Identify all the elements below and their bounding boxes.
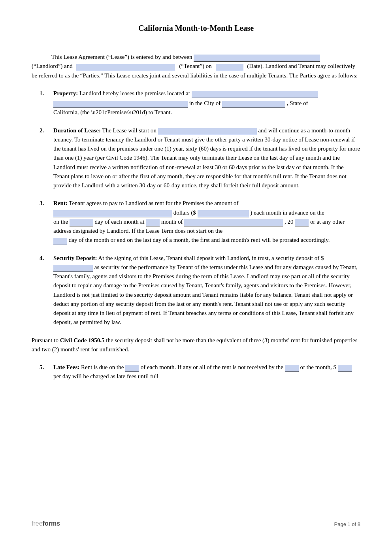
day-label: day of each month at bbox=[95, 219, 146, 225]
section-3-prorate-line: day of the month or end on the last day … bbox=[53, 236, 360, 245]
civil-code-intro: Pursuant to bbox=[32, 337, 60, 343]
day-blank[interactable] bbox=[70, 219, 93, 226]
section-5-text2: of each month. If any or all of the rent… bbox=[141, 364, 285, 370]
section-1-title: Property: bbox=[53, 90, 78, 96]
page-number: Page 1 of 8 bbox=[334, 521, 361, 527]
section-3-rent-line: dollars ($ ) each month in advance on th… bbox=[53, 208, 360, 217]
landlord-name-blank[interactable] bbox=[194, 55, 320, 62]
tenant-label: (“Tenant”) on bbox=[179, 63, 212, 69]
section-2: 2. Duration of Lease: The Lease will sta… bbox=[32, 126, 360, 190]
section-3-text: Tenant agrees to pay to Landlord as rent… bbox=[69, 200, 238, 206]
section-5-title: Late Fees: bbox=[53, 364, 79, 370]
document-content: This Lease Agreement (“Lease”) is entere… bbox=[32, 53, 360, 381]
month-of-label: month of bbox=[161, 219, 184, 225]
date-label: (Date). bbox=[247, 63, 264, 69]
section-1-number: 1. bbox=[40, 89, 44, 98]
year-blank[interactable] bbox=[295, 219, 309, 226]
lease-start-blank[interactable] bbox=[158, 128, 257, 135]
section-5-text4: per day will be charged as late fees unt… bbox=[53, 373, 158, 379]
section-5: 5. Late Fees: Rent is due on the of each… bbox=[32, 363, 360, 381]
rent-amount-blank[interactable] bbox=[198, 210, 249, 217]
rent-words-blank[interactable] bbox=[53, 210, 172, 217]
section-2-title: Duration of Lease: bbox=[53, 127, 101, 134]
start-day-blank[interactable] bbox=[53, 238, 67, 245]
section-3-text3: ) each month in advance on the bbox=[250, 209, 324, 216]
late-fee-blank[interactable] bbox=[338, 365, 352, 372]
intro-text: This Lease Agreement (“Lease”) is entere… bbox=[51, 54, 192, 60]
security-deposit-blank[interactable] bbox=[53, 265, 93, 272]
intro-paragraph: This Lease Agreement (“Lease”) is entere… bbox=[32, 53, 360, 80]
section-1-text: Landlord hereby leases the premises loca… bbox=[79, 90, 192, 96]
section-4-number: 4. bbox=[40, 254, 44, 263]
section-5-number: 5. bbox=[40, 363, 44, 372]
city-blank[interactable] bbox=[222, 101, 285, 108]
section-3: 3. Rent: Tenant agrees to pay to Landlor… bbox=[32, 199, 360, 245]
brand-free: free bbox=[32, 520, 43, 527]
brand-logo: freeforms bbox=[32, 520, 60, 527]
section-2-number: 2. bbox=[40, 126, 44, 135]
section-5-text3: of the month, $ bbox=[300, 364, 336, 370]
received-by-blank[interactable] bbox=[285, 365, 299, 372]
landlord-label: (“Landlord”) and bbox=[32, 63, 73, 69]
section-3-day-line: on the day of each month at month of , 2… bbox=[53, 217, 360, 236]
civil-code-citation: Civil Code 1950.5 bbox=[60, 337, 105, 343]
property-block: in the City of , State of bbox=[53, 99, 360, 108]
document-title: California Month-to-Month Lease bbox=[32, 24, 360, 33]
date-blank[interactable] bbox=[216, 64, 243, 71]
dollars-label: dollars ($ bbox=[173, 209, 196, 216]
tenant-name-blank[interactable] bbox=[76, 64, 175, 71]
due-day-blank[interactable] bbox=[125, 365, 139, 372]
document-page: California Month-to-Month Lease This Lea… bbox=[0, 0, 392, 543]
year-label: , 20 bbox=[285, 219, 294, 225]
state-label: , State of bbox=[287, 100, 308, 106]
month-of-blank[interactable] bbox=[184, 219, 283, 226]
section-3-text8: day of the month or end on the last day … bbox=[69, 237, 330, 243]
property-address-blank-2[interactable] bbox=[53, 101, 188, 108]
section-1: 1. Property: Landlord hereby leases the … bbox=[32, 89, 360, 117]
civil-code-paragraph: Pursuant to Civil Code 1950.5 the securi… bbox=[32, 336, 360, 354]
city-label: in the City of bbox=[189, 100, 222, 106]
section-4-title: Security Deposit: bbox=[53, 255, 97, 261]
section-5-text: Rent is due on the bbox=[81, 364, 125, 370]
property-address-blank[interactable] bbox=[192, 91, 318, 98]
on-the-label: on the bbox=[53, 219, 70, 225]
section-3-title: Rent: bbox=[53, 200, 68, 206]
page-footer: freeforms Page 1 of 8 bbox=[32, 520, 360, 527]
section-2-text2: and will continue as a month-to-month te… bbox=[53, 127, 360, 189]
section-4: 4. Security Deposit: At the signing of t… bbox=[32, 254, 360, 327]
apt-blank[interactable] bbox=[146, 219, 160, 226]
section-4-text2: as security for the performance by Tenan… bbox=[53, 264, 358, 326]
section-3-number: 3. bbox=[40, 199, 44, 208]
section-1-end: California, (the \u201cPremises\u201d) t… bbox=[53, 109, 172, 115]
section-4-text: At the signing of this Lease, Tenant sha… bbox=[98, 255, 324, 261]
brand-forms: forms bbox=[43, 520, 60, 527]
section-2-text: The Lease will start on bbox=[102, 127, 158, 134]
